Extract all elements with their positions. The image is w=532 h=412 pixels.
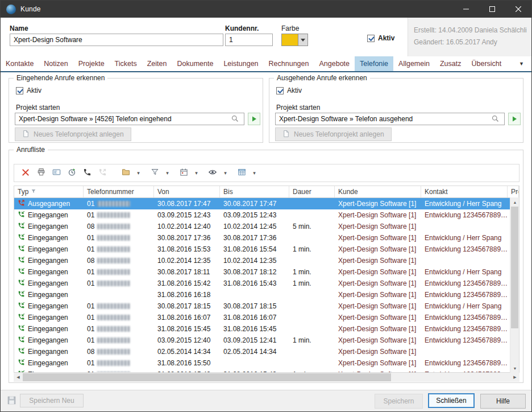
vertical-scrollbar-thumb[interactable] [511,207,518,328]
date-filter-dropdown[interactable]: ▾ [192,166,201,180]
incoming-start-project-button[interactable] [248,113,260,125]
call-row[interactable]: Eingegangen0103.09.2015 12:4303.09.2015 … [14,209,519,221]
print-list-button[interactable] [34,166,48,180]
tab-allgemein[interactable]: Allgemein [393,56,435,71]
call-history-button[interactable] [65,166,78,180]
close-button[interactable] [505,1,531,18]
incoming-project-input[interactable] [15,113,244,125]
incoming-aktiv-checkbox[interactable] [16,87,23,94]
outgoing-new-project-button[interactable]: Neues Telefonprojekt anlegen [275,127,392,141]
tab-rechnungen[interactable]: Rechnungen [264,56,314,71]
call-row[interactable]: Ausgegangen0130.08.2017 17:4730.08.2017 … [14,198,519,209]
horizontal-scrollbar-thumb[interactable] [23,373,391,381]
incoming-aktiv-field[interactable]: Aktiv [16,86,41,94]
name-input[interactable] [10,34,223,46]
outgoing-start-project-button[interactable] [508,113,521,125]
column-header-tel[interactable]: Telefonnummer [84,186,154,197]
date-filter-button[interactable] [177,166,190,180]
project-folder-button[interactable] [119,166,132,180]
column-header-dauer[interactable]: Dauer [289,186,335,197]
incoming-call-icon [18,211,25,220]
call-row[interactable]: Eingegangen31.08.2016 16:18Xpert-Design … [14,289,519,300]
call-row[interactable]: Eingegangen0130.08.2017 18:1530.08.2017 … [14,300,519,312]
cell-typ: Eingegangen [14,266,84,278]
maximize-button[interactable] [479,1,505,18]
cell-von: 31.08.2016 16:18 [154,289,220,300]
call-row[interactable]: Eingegangen0130.08.2017 18:1130.08.2017 … [14,266,519,278]
table-columns-button[interactable] [235,166,248,180]
vertical-scrollbar[interactable]: ▲ ▼ [510,197,519,373]
view-options-button[interactable] [206,166,219,180]
save-icon-button[interactable] [5,395,18,407]
tab-kontakte[interactable]: Kontakte [1,56,39,71]
call-row[interactable]: Eingegangen0810.02.2014 12:4010.02.2014 … [14,221,519,232]
cell-bis: 03.09.2015 12:41 [220,335,289,346]
call-row[interactable]: Eingegangen0131.08.2016 15:50Xpert-Desig… [14,357,519,369]
cell-dauer [289,312,335,323]
scroll-up-arrow[interactable]: ▲ [510,197,519,207]
cell-typ: Eingegangen [14,209,84,221]
save-button[interactable]: Speichern [375,394,423,409]
tab-zusatz[interactable]: Zusatz [435,56,467,71]
tab-leistungen[interactable]: Leistungen [218,56,263,71]
column-header-kontakt[interactable]: Kontakt [421,186,508,197]
tab-projekte[interactable]: Projekte [73,56,110,71]
call-row[interactable]: Eingegangen0130.08.2017 17:3630.08.2017 … [14,232,519,244]
cell-typ: Eingegangen [14,312,84,323]
farbe-dropdown-button[interactable] [298,34,308,46]
incoming-search-icon[interactable] [231,114,240,123]
outgoing-aktiv-field[interactable]: Aktiv [276,86,302,94]
column-header-von[interactable]: Von [154,186,220,197]
kundennr-input[interactable] [225,34,273,46]
outgoing-aktiv-checkbox[interactable] [276,87,284,94]
call-row[interactable]: Eingegangen0131.08.2016 15:4531.08.2016 … [14,323,519,335]
column-header-bis[interactable]: Bis [220,186,289,197]
call-row[interactable]: Eingegangen0810.02.2014 12:3510.02.2014 … [14,255,519,266]
cell-kunde: Xpert-Design Software [1] [335,278,421,289]
outgoing-project-input[interactable] [275,113,505,125]
aktiv-field[interactable]: Aktiv [367,34,394,42]
call-row[interactable]: Eingegangen0802.05.2014 14:3402.05.2014 … [14,346,519,357]
tab-telefonie[interactable]: Telefonie [355,56,393,71]
aktiv-checkbox[interactable] [367,35,375,42]
tab-notizen[interactable]: Notizen [39,56,73,71]
scroll-right-arrow[interactable]: ▶ [510,373,519,382]
filter-dropdown[interactable]: ▾ [163,166,172,180]
farbe-picker[interactable] [281,34,308,46]
call-row[interactable]: Eingegangen0131.08.2016 16:0731.08.2016 … [14,312,519,323]
scroll-left-arrow[interactable]: ◀ [14,373,23,382]
call-row[interactable]: Eingegangen0131.08.2016 15:4231.08.2016 … [14,278,519,289]
transfer-call-button[interactable] [95,166,109,180]
delete-call-button[interactable] [19,166,32,180]
view-options-dropdown[interactable]: ▾ [221,166,230,180]
redacted-phone-number [97,246,130,252]
call-row[interactable]: Eingegangen0103.09.2015 12:4003.09.2015 … [14,335,519,346]
outgoing-search-icon[interactable] [491,114,500,123]
save-new-button[interactable]: Speichern Neu [20,394,84,407]
close-dialog-button[interactable]: Schließen [428,393,475,408]
column-header-kunde[interactable]: Kunde [335,186,421,197]
filter-button[interactable] [148,166,161,180]
scroll-down-arrow[interactable]: ▼ [510,364,519,373]
tab-overflow-button[interactable]: ▼ [512,56,531,71]
call-row[interactable]: Eingegangen0131.08.2016 15:4331.08.2016 … [14,369,519,373]
start-call-button[interactable] [80,166,94,180]
redacted-phone-number [97,224,130,229]
minimize-button[interactable] [453,1,479,18]
column-header-proj[interactable]: Projekt [508,186,519,197]
project-folder-dropdown[interactable]: ▾ [134,166,143,180]
tab-dokumente[interactable]: Dokumente [172,56,218,71]
tab-zeiten[interactable]: Zeiten [142,56,172,71]
table-columns-dropdown[interactable]: ▾ [250,166,259,180]
horizontal-scrollbar[interactable]: ◀ ▶ [14,373,519,382]
incoming-new-project-button[interactable]: Neues Telefonprojekt anlegen [15,127,131,141]
tab-angebote[interactable]: Angebote [314,56,355,71]
cell-kontakt: Entwicklung / Herr Spang [421,232,508,244]
tab-übersicht[interactable]: Übersicht [466,56,506,71]
column-header-typ[interactable]: Typ [14,186,84,197]
tab-tickets[interactable]: Tickets [110,56,142,71]
help-button[interactable]: Hilfe [480,394,526,409]
call-row[interactable]: Eingegangen0131.08.2016 15:5331.08.2016 … [14,244,519,255]
incoming-call-icon [18,245,25,254]
edit-entry-button[interactable] [49,166,63,180]
